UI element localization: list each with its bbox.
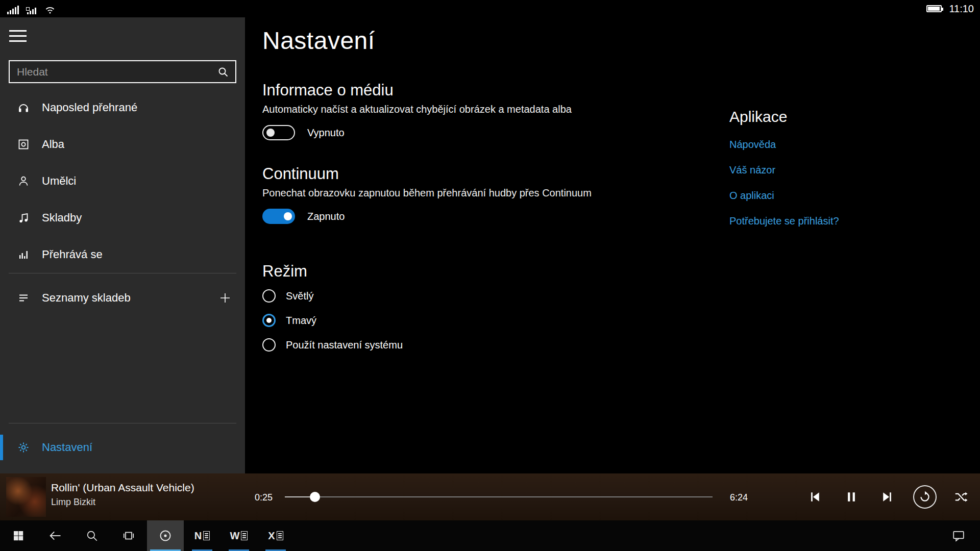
radio-icon-checked[interactable]	[262, 314, 276, 327]
section-description: Ponechat obrazovku zapnutou během přehrá…	[262, 187, 592, 199]
link-feedback[interactable]: Váš názor	[729, 164, 934, 176]
taskbar-search-button[interactable]	[74, 520, 110, 551]
cellular-signal-2-icon	[27, 7, 36, 14]
settings-label: Nastavení	[42, 441, 92, 454]
link-help[interactable]: Nápověda	[729, 139, 934, 151]
sidebar-item-label: Umělci	[42, 174, 76, 188]
link-about[interactable]: O aplikaci	[729, 190, 934, 202]
start-button[interactable]	[0, 520, 37, 551]
windows-logo-icon	[12, 530, 24, 542]
track-title: Rollin' (Urban Assault Vehicle)	[51, 482, 194, 494]
add-playlist-button[interactable]	[217, 290, 233, 306]
taskbar-groove-button[interactable]	[147, 520, 184, 551]
section-continuum: Continuum Ponechat obrazovku zapnutou bě…	[262, 164, 592, 224]
playlist-icon	[17, 292, 30, 304]
back-arrow-icon	[48, 529, 62, 543]
gear-icon	[17, 441, 30, 454]
search-icon	[85, 529, 99, 542]
radio-icon[interactable]	[262, 289, 276, 303]
sidebar-item-songs[interactable]: Skladby	[0, 199, 245, 236]
pause-button[interactable]	[840, 486, 863, 508]
excel-letter: X	[268, 531, 275, 541]
radio-icon[interactable]	[262, 338, 276, 352]
repeat-button[interactable]	[913, 485, 937, 509]
toggle-state-label: Zapnuto	[307, 211, 345, 222]
mode-option-dark[interactable]: Tmavý	[262, 313, 403, 328]
track-artist: Limp Bizkit	[51, 497, 95, 508]
taskbar: N W X	[0, 520, 980, 551]
sidebar-item-albums[interactable]: Alba	[0, 126, 245, 163]
sidebar-divider	[9, 273, 236, 273]
previous-track-button[interactable]	[803, 486, 826, 508]
feedback-bubble-icon	[952, 529, 965, 542]
link-sign-in[interactable]: Potřebujete se přihlásit?	[729, 215, 934, 227]
status-indicators	[7, 3, 56, 14]
section-heading: Informace o médiu	[262, 81, 572, 100]
seek-track	[285, 496, 713, 497]
radio-label: Tmavý	[286, 315, 316, 327]
word-icon: W	[230, 531, 248, 541]
album-art[interactable]	[6, 477, 46, 517]
back-button[interactable]	[37, 520, 74, 551]
mode-option-system[interactable]: Použít nastavení systému	[262, 337, 403, 353]
next-track-button[interactable]	[876, 486, 899, 508]
task-view-icon	[122, 529, 135, 542]
hamburger-menu-button[interactable]	[9, 30, 27, 42]
section-description: Automaticky načíst a aktualizovat chyběj…	[262, 103, 572, 115]
excel-icon: X	[268, 531, 283, 541]
taskbar-onenote-button[interactable]: N	[184, 520, 220, 551]
search-box[interactable]	[9, 60, 236, 83]
screen: 11:10 Naposled přehrané	[0, 0, 980, 551]
shuffle-icon	[953, 489, 969, 505]
page-glyph	[277, 531, 283, 540]
artist-icon	[17, 175, 30, 187]
seek-bar[interactable]	[285, 487, 713, 507]
toggle-state-label: Vypnuto	[307, 127, 345, 139]
seek-handle[interactable]	[310, 492, 320, 502]
sidebar-item-artists[interactable]: Umělci	[0, 163, 245, 199]
time-elapsed: 0:25	[230, 492, 273, 503]
status-bar: 11:10	[0, 0, 980, 17]
repeat-icon	[918, 490, 932, 504]
radio-label: Použít nastavení systému	[286, 339, 403, 351]
mode-option-light[interactable]: Světlý	[262, 288, 403, 304]
battery-icon	[926, 5, 942, 12]
page-glyph	[241, 531, 248, 540]
skip-next-icon	[880, 489, 895, 505]
sidebar-item-playlists[interactable]: Seznamy skladeb	[0, 284, 245, 312]
search-input[interactable]	[10, 66, 217, 78]
sidebar-item-settings[interactable]: Nastavení	[0, 433, 245, 462]
page-glyph	[203, 531, 210, 540]
music-note-icon	[17, 212, 30, 224]
taskbar-excel-button[interactable]: X	[257, 520, 294, 551]
section-heading: Režim	[262, 262, 403, 281]
equalizer-bars-icon	[17, 248, 30, 261]
sidebar-item-label: Skladby	[42, 211, 82, 224]
onenote-icon: N	[194, 531, 210, 541]
word-letter: W	[230, 531, 240, 541]
skip-previous-icon	[807, 489, 822, 505]
sidebar-item-recently-played[interactable]: Naposled přehrané	[0, 89, 245, 126]
time-total: 6:24	[730, 492, 748, 503]
wifi-icon	[44, 5, 56, 14]
sidebar-item-label: Přehrává se	[42, 248, 103, 261]
groove-music-icon	[159, 529, 172, 542]
feedback-hub-button[interactable]	[944, 520, 973, 551]
task-view-button[interactable]	[110, 520, 147, 551]
sidebar-item-label: Alba	[42, 138, 64, 151]
pause-icon	[844, 489, 859, 505]
playlists-label: Seznamy skladeb	[42, 291, 131, 305]
taskbar-word-button[interactable]: W	[220, 520, 257, 551]
shuffle-button[interactable]	[950, 486, 972, 508]
section-media-info: Informace o médiu Automaticky načíst a a…	[262, 81, 572, 140]
sidebar: Naposled přehrané Alba Umělci Skladby	[0, 17, 245, 473]
settings-page: Nastavení Informace o médiu Automaticky …	[245, 17, 980, 473]
section-heading: Continuum	[262, 164, 592, 184]
now-playing-bar: Rollin' (Urban Assault Vehicle) Limp Biz…	[0, 473, 980, 520]
continuum-toggle[interactable]	[262, 209, 295, 224]
sidebar-nav: Naposled přehrané Alba Umělci Skladby	[0, 89, 245, 273]
sidebar-item-now-playing[interactable]: Přehrává se	[0, 236, 245, 273]
headphones-icon	[17, 102, 30, 114]
album-icon	[17, 138, 30, 151]
media-info-toggle[interactable]	[262, 125, 295, 140]
